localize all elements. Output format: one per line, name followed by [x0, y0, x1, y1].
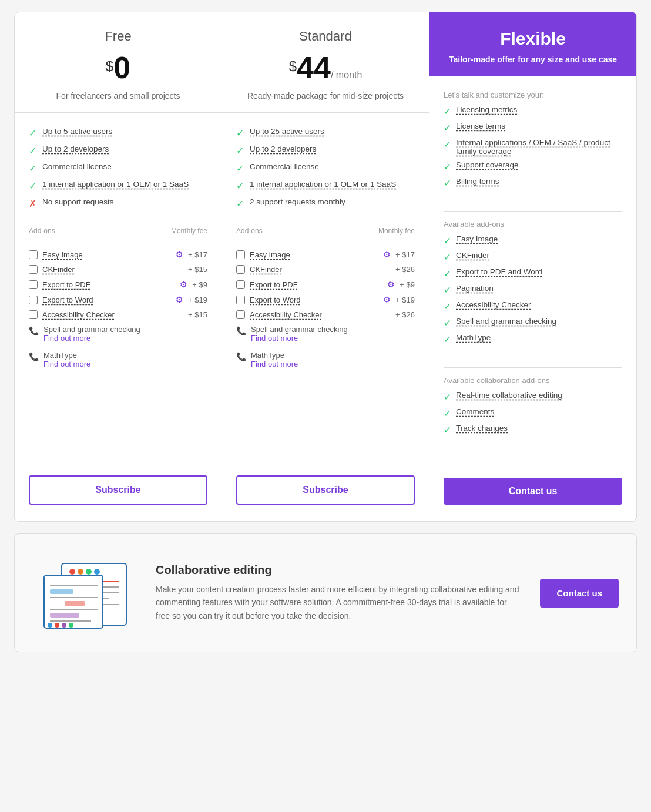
feature-text: 1 internal application or 1 OEM or 1 Saa…: [250, 180, 396, 189]
feature-text: License terms: [456, 122, 505, 130]
feature-text: Up to 2 developers: [42, 145, 109, 153]
addons-fee-label: Monthly fee: [378, 227, 415, 235]
feature-text: Commercial license: [250, 162, 319, 171]
free-features: ✓Up to 5 active users ✓Up to 2 developer…: [29, 127, 207, 215]
list-item: ✓Up to 2 developers: [236, 145, 415, 156]
addon-checkbox[interactable]: [29, 280, 38, 289]
check-icon: ✓: [444, 408, 451, 419]
find-out-more-link[interactable]: Find out more: [43, 360, 90, 368]
feature-text: 2 support requests monthly: [250, 197, 345, 206]
addon-row: Export to PDF ⚙ + $9: [29, 280, 207, 289]
find-out-more-link[interactable]: Find out more: [251, 360, 298, 368]
flexible-header: Flexible Tailor-made offer for any size …: [429, 12, 636, 76]
phone-addon-info: MathType Find out more: [43, 351, 90, 368]
addon-price: + $17: [188, 250, 207, 259]
standard-period: / month: [331, 70, 362, 80]
addons-header: Add-ons Monthly fee: [236, 227, 415, 235]
free-header: Free $0 For freelancers and small projec…: [15, 12, 222, 113]
find-out-more-link[interactable]: Find out more: [251, 334, 298, 343]
list-item: ✓License terms: [444, 122, 622, 133]
check-icon: ✓: [444, 391, 451, 402]
addon-name: CKFinder: [42, 265, 183, 274]
feature-text: Track changes: [456, 424, 508, 432]
feature-text: Up to 2 developers: [250, 145, 316, 153]
flexible-contact-button[interactable]: Contact us: [444, 478, 622, 505]
list-item: ✓Track changes: [444, 424, 622, 435]
check-icon: ✓: [444, 424, 451, 435]
check-icon: ✓: [444, 161, 451, 172]
find-out-more-link[interactable]: Find out more: [43, 334, 90, 343]
list-item: ✓Up to 5 active users: [29, 127, 207, 139]
standard-header: Standard $44/ month Ready-made package f…: [222, 12, 429, 113]
list-item: ✓Up to 25 active users: [236, 127, 415, 139]
addon-price: + $19: [395, 296, 415, 304]
flexible-customize-list: ✓Licensing metrics ✓License terms ✓Inter…: [444, 105, 622, 193]
check-icon: ✓: [29, 163, 36, 174]
standard-plan-name: Standard: [236, 29, 415, 44]
divider: [236, 241, 415, 241]
feature-text: Support coverage: [456, 160, 519, 169]
addon-name: Accessibility Checker: [250, 310, 391, 319]
free-body: ✓Up to 5 active users ✓Up to 2 developer…: [15, 113, 222, 464]
check-icon: ✓: [236, 163, 244, 174]
free-plan-name: Free: [29, 29, 207, 44]
standard-body: ✓Up to 25 active users ✓Up to 2 develope…: [222, 113, 429, 464]
phone-addon-name: MathType: [43, 351, 90, 360]
check-icon: ✓: [444, 106, 451, 117]
list-item: ✓1 internal application or 1 OEM or 1 Sa…: [29, 180, 207, 192]
addon-row: Easy Image ⚙ + $17: [29, 250, 207, 259]
addon-settings-icon[interactable]: ⚙: [176, 250, 183, 259]
standard-subscribe-button[interactable]: Subscribe: [236, 475, 415, 505]
feature-text: 1 internal application or 1 OEM or 1 Saa…: [42, 180, 189, 189]
list-item: ✓1 internal application or 1 OEM or 1 Sa…: [236, 180, 415, 192]
flexible-body: Let's talk and customize your: ✓Licensin…: [429, 76, 636, 466]
addons-label: Add-ons: [29, 227, 55, 235]
phone-icon: 📞: [29, 326, 39, 335]
addon-checkbox[interactable]: [236, 250, 245, 259]
collab-contact-button[interactable]: Contact us: [540, 579, 619, 608]
addon-price: + $26: [395, 265, 415, 274]
standard-footer: Subscribe: [222, 464, 429, 521]
phone-addon: 📞 Spell and grammar checking Find out mo…: [236, 325, 415, 343]
addons-label: Add-ons: [236, 227, 263, 235]
svg-point-21: [62, 623, 66, 628]
list-item: ✓Export to PDF and Word: [444, 267, 622, 279]
addon-checkbox[interactable]: [29, 296, 38, 304]
addon-row: Accessibility Checker + $26: [236, 310, 415, 319]
addon-price: + $17: [395, 250, 415, 259]
feature-text: No support requests: [42, 197, 114, 206]
phone-addon-info: Spell and grammar checking Find out more: [251, 325, 348, 343]
list-item: ✓Pagination: [444, 284, 622, 296]
addon-checkbox[interactable]: [236, 296, 245, 304]
flexible-addons-list: ✓Easy Image ✓CKFinder ✓Export to PDF and…: [444, 234, 622, 350]
addon-checkbox[interactable]: [29, 265, 38, 274]
addon-checkbox[interactable]: [236, 280, 245, 289]
feature-text: CKFinder: [456, 251, 489, 260]
list-item: ✓CKFinder: [444, 251, 622, 263]
addon-settings-icon[interactable]: ⚙: [180, 280, 187, 289]
addon-checkbox[interactable]: [236, 265, 245, 274]
addon-checkbox[interactable]: [29, 250, 38, 259]
phone-addon-name: Spell and grammar checking: [251, 325, 348, 334]
addon-price: + $15: [188, 265, 207, 274]
feature-text: Pagination: [456, 284, 494, 293]
svg-point-19: [48, 623, 52, 628]
addon-checkbox[interactable]: [236, 310, 245, 319]
addon-settings-icon[interactable]: ⚙: [383, 295, 391, 304]
phone-addon-info: Spell and grammar checking Find out more: [43, 325, 140, 343]
addon-settings-icon[interactable]: ⚙: [387, 280, 395, 289]
addon-settings-icon[interactable]: ⚙: [176, 295, 183, 304]
addon-settings-icon[interactable]: ⚙: [383, 250, 391, 259]
check-icon: ✓: [29, 180, 36, 192]
addon-checkbox[interactable]: [29, 310, 38, 319]
check-icon: ✓: [444, 235, 451, 246]
feature-text: Export to PDF and Word: [456, 267, 542, 276]
check-icon: ✓: [236, 127, 244, 139]
free-subscribe-button[interactable]: Subscribe: [29, 475, 207, 505]
addon-row: Easy Image ⚙ + $17: [236, 250, 415, 259]
phone-addon-name: Spell and grammar checking: [43, 325, 140, 334]
feature-text: Up to 25 active users: [250, 127, 324, 136]
check-icon: ✓: [444, 284, 451, 296]
free-addons: Add-ons Monthly fee Easy Image ⚙ + $17 C…: [29, 227, 207, 377]
list-item: ✓Licensing metrics: [444, 105, 622, 117]
